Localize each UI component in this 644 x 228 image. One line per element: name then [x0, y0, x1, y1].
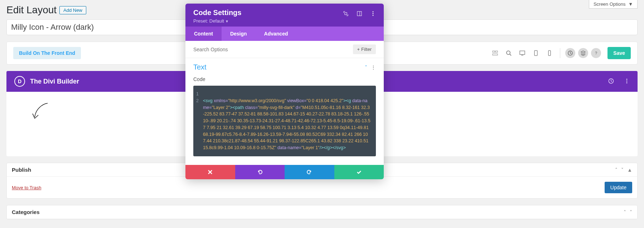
layers-icon[interactable] — [578, 48, 588, 58]
divi-builder-title: The Divi Builder — [30, 78, 79, 85]
svg-rect-2 — [493, 54, 498, 55]
chevron-down-icon[interactable]: ˅ — [621, 167, 624, 173]
categories-box-header: Categories ˄ ˅ — [7, 205, 637, 219]
panel-icon[interactable] — [357, 11, 362, 18]
search-icon[interactable] — [503, 48, 514, 58]
grid-icon[interactable] — [490, 48, 500, 58]
caret-up-icon[interactable]: ▲ — [627, 167, 632, 173]
svg-rect-0 — [493, 51, 495, 52]
mobile-icon[interactable] — [544, 48, 555, 58]
section-text-title: Text — [193, 63, 207, 71]
tab-content[interactable]: Content — [185, 27, 222, 41]
filter-button[interactable]: +Filter — [353, 44, 376, 54]
publish-title: Publish — [12, 167, 31, 173]
code-body[interactable]: <svg xmlns="http://www.w3.org/2000/svg" … — [203, 91, 371, 151]
undo-button[interactable] — [235, 165, 285, 179]
cancel-button[interactable] — [185, 165, 235, 179]
clock-icon[interactable] — [608, 78, 614, 85]
update-button[interactable]: Update — [605, 182, 632, 193]
screen-options-button[interactable]: Screen Options ▼ — [589, 0, 638, 9]
preset-label: Preset: Default — [193, 18, 224, 24]
chevron-up-icon[interactable]: ˄ — [624, 209, 626, 215]
arrow-preview-icon — [32, 102, 49, 122]
svg-point-13 — [626, 80, 628, 81]
svg-rect-15 — [345, 13, 347, 15]
svg-text:?: ? — [595, 51, 597, 55]
modal-title: Code Settings — [193, 9, 241, 17]
svg-rect-16 — [357, 11, 362, 16]
code-gutter: 12 — [196, 91, 203, 151]
move-to-trash-link[interactable]: Move to Trash — [12, 185, 41, 190]
code-editor[interactable]: 12 <svg xmlns="http://www.w3.org/2000/sv… — [193, 86, 376, 156]
expand-icon[interactable] — [343, 11, 349, 18]
svg-point-18 — [373, 11, 374, 13]
filter-label: Filter — [361, 47, 372, 52]
svg-rect-8 — [548, 51, 551, 56]
preset-selector[interactable]: Preset: Default▼ — [193, 18, 241, 24]
svg-point-3 — [507, 51, 510, 54]
build-front-end-button[interactable]: Build On The Front End — [13, 47, 81, 59]
svg-rect-7 — [534, 51, 537, 56]
caret-down-icon: ▼ — [628, 1, 633, 7]
tab-advanced[interactable]: Advanced — [256, 27, 297, 41]
svg-line-4 — [510, 54, 511, 56]
redo-button[interactable] — [285, 165, 334, 179]
divi-logo-icon: D — [14, 76, 25, 87]
toolbar-divider — [560, 48, 560, 58]
svg-point-12 — [626, 79, 628, 80]
svg-point-14 — [626, 82, 628, 83]
confirm-button[interactable] — [334, 165, 384, 179]
search-options-input[interactable] — [193, 47, 349, 52]
code-field-label: Code — [193, 76, 376, 82]
plus-icon: + — [357, 47, 360, 52]
help-icon[interactable]: ? — [591, 48, 601, 58]
chevron-up-icon[interactable]: ˄ — [615, 167, 618, 173]
tab-design[interactable]: Design — [222, 27, 256, 41]
tablet-icon[interactable] — [531, 48, 541, 58]
svg-rect-1 — [495, 51, 498, 52]
page-title: Edit Layout — [6, 4, 57, 16]
more-vertical-icon[interactable]: ⋮ — [371, 65, 376, 70]
screen-options-label: Screen Options — [594, 1, 626, 7]
chevron-down-icon[interactable]: ˅ — [630, 209, 632, 215]
save-button[interactable]: Save — [607, 47, 631, 59]
add-new-button[interactable]: Add New — [59, 6, 86, 14]
svg-rect-5 — [520, 51, 525, 54]
desktop-icon[interactable] — [517, 48, 528, 58]
more-vertical-icon[interactable] — [370, 11, 376, 18]
collapse-icon[interactable]: ˄ — [365, 65, 367, 70]
history-icon[interactable] — [565, 48, 575, 58]
code-settings-modal: Code Settings Preset: Default▼ Content D… — [185, 4, 384, 179]
more-vertical-icon[interactable] — [624, 78, 630, 85]
categories-title: Categories — [12, 209, 40, 215]
svg-point-19 — [373, 13, 374, 14]
caret-down-icon: ▼ — [225, 19, 229, 23]
svg-point-20 — [373, 15, 374, 16]
